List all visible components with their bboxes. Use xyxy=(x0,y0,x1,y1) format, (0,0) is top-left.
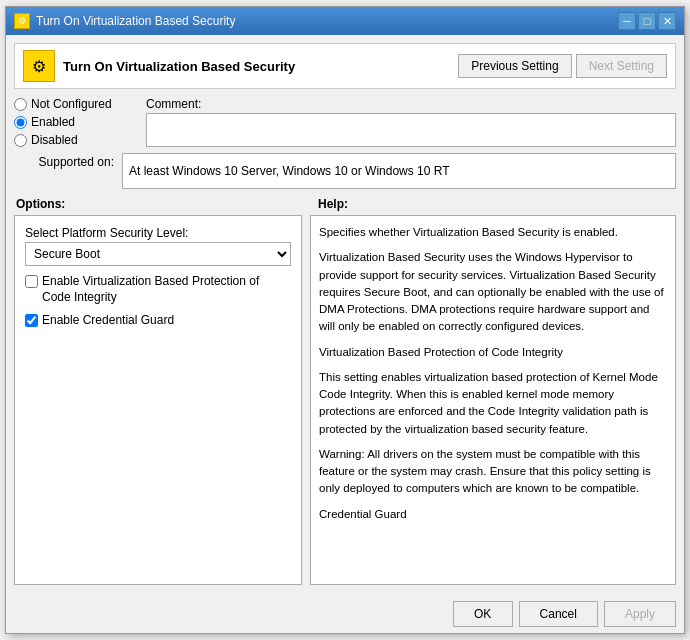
footer: OK Cancel Apply xyxy=(6,593,684,633)
not-configured-option[interactable]: Not Configured xyxy=(14,97,134,111)
supported-label: Supported on: xyxy=(14,153,114,169)
disabled-option[interactable]: Disabled xyxy=(14,133,134,147)
apply-button[interactable]: Apply xyxy=(604,601,676,627)
title-bar: ⚙ Turn On Virtualization Based Security … xyxy=(6,7,684,35)
help-para-3: Virtualization Based Protection of Code … xyxy=(319,344,667,361)
help-para-5: Warning: All drivers on the system must … xyxy=(319,446,667,498)
help-para-4: This setting enables virtualization base… xyxy=(319,369,667,438)
credential-guard-checkbox[interactable] xyxy=(25,314,38,327)
window-icon: ⚙ xyxy=(14,13,30,29)
main-window: ⚙ Turn On Virtualization Based Security … xyxy=(5,6,685,634)
header-title-area: ⚙ Turn On Virtualization Based Security xyxy=(23,50,295,82)
options-panel: Select Platform Security Level: Secure B… xyxy=(14,215,302,585)
options-header: Options: xyxy=(16,197,306,211)
code-integrity-option[interactable]: Enable Virtualization Based Protection o… xyxy=(25,274,291,305)
config-row: Not Configured Enabled Disabled Comment: xyxy=(14,97,676,147)
code-integrity-checkbox[interactable] xyxy=(25,275,38,288)
help-para-1: Specifies whether Virtualization Based S… xyxy=(319,224,667,241)
disabled-radio[interactable] xyxy=(14,134,27,147)
minimize-button[interactable]: ─ xyxy=(618,12,636,30)
help-header: Help: xyxy=(318,197,674,211)
enabled-option[interactable]: Enabled xyxy=(14,115,134,129)
comment-textarea[interactable] xyxy=(146,113,676,147)
header-buttons: Previous Setting Next Setting xyxy=(458,54,667,78)
help-para-2: Virtualization Based Security uses the W… xyxy=(319,249,667,335)
supported-value: At least Windows 10 Server, Windows 10 o… xyxy=(122,153,676,189)
comment-section: Comment: xyxy=(146,97,676,147)
help-panel: Specifies whether Virtualization Based S… xyxy=(310,215,676,585)
not-configured-label: Not Configured xyxy=(31,97,112,111)
next-setting-button[interactable]: Next Setting xyxy=(576,54,667,78)
platform-section: Select Platform Security Level: Secure B… xyxy=(25,226,291,266)
close-button[interactable]: ✕ xyxy=(658,12,676,30)
credential-guard-option[interactable]: Enable Credential Guard xyxy=(25,313,291,329)
header-icon: ⚙ xyxy=(23,50,55,82)
comment-label: Comment: xyxy=(146,97,676,111)
code-integrity-label: Enable Virtualization Based Protection o… xyxy=(42,274,291,305)
header-section: ⚙ Turn On Virtualization Based Security … xyxy=(14,43,676,89)
ok-button[interactable]: OK xyxy=(453,601,513,627)
credential-guard-label: Enable Credential Guard xyxy=(42,313,174,329)
enabled-label: Enabled xyxy=(31,115,75,129)
not-configured-radio[interactable] xyxy=(14,98,27,111)
bottom-panels: Select Platform Security Level: Secure B… xyxy=(14,215,676,585)
title-bar-buttons: ─ □ ✕ xyxy=(618,12,676,30)
supported-row: Supported on: At least Windows 10 Server… xyxy=(14,153,676,189)
section-headers: Options: Help: xyxy=(14,197,676,211)
enabled-radio[interactable] xyxy=(14,116,27,129)
window-title: Turn On Virtualization Based Security xyxy=(36,14,235,28)
platform-select[interactable]: Secure Boot Secure Boot and DMA Protecti… xyxy=(25,242,291,266)
radio-section: Not Configured Enabled Disabled xyxy=(14,97,134,147)
header-title: Turn On Virtualization Based Security xyxy=(63,59,295,74)
cancel-button[interactable]: Cancel xyxy=(519,601,598,627)
maximize-button[interactable]: □ xyxy=(638,12,656,30)
content-area: ⚙ Turn On Virtualization Based Security … xyxy=(6,35,684,593)
platform-label: Select Platform Security Level: xyxy=(25,226,291,240)
help-para-6: Credential Guard xyxy=(319,506,667,523)
previous-setting-button[interactable]: Previous Setting xyxy=(458,54,571,78)
title-bar-left: ⚙ Turn On Virtualization Based Security xyxy=(14,13,235,29)
disabled-label: Disabled xyxy=(31,133,78,147)
